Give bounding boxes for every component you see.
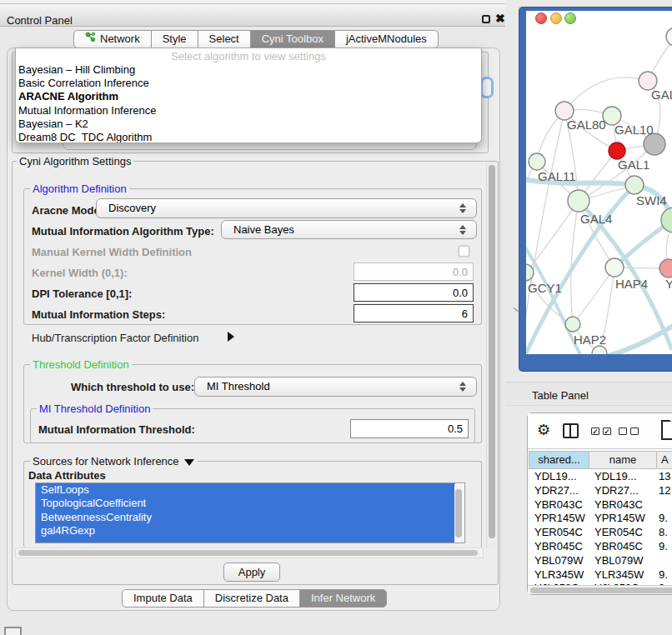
- node-label: HAP4: [615, 277, 648, 291]
- threshold-definition-title: Threshold Definition: [30, 358, 132, 371]
- mi-threshold-input[interactable]: [350, 419, 469, 438]
- network-node-hap2[interactable]: [565, 317, 580, 332]
- algorithm-option[interactable]: Basic Correlation Inference: [16, 77, 481, 90]
- column-header-name[interactable]: name: [589, 451, 657, 469]
- settings-horizontal-scrollbar[interactable]: [15, 548, 484, 558]
- new-table-icon[interactable]: [661, 420, 672, 440]
- table-cell: YBR043C: [594, 498, 657, 512]
- algorithm-dropdown-placeholder: Select algorithm to view settings: [16, 48, 481, 63]
- network-node-gal1[interactable]: [609, 142, 625, 159]
- settings-vertical-scrollbar[interactable]: [486, 163, 497, 548]
- node-label: GAL7: [651, 88, 672, 102]
- network-node-hap4[interactable]: [605, 258, 624, 277]
- tab-label: Cyni Toolbox: [262, 31, 323, 48]
- mi-type-combo[interactable]: Naive Bayes: [221, 220, 477, 239]
- close-icon[interactable]: ✖: [495, 12, 505, 25]
- table-row[interactable]: YPR145WYPR145W9.: [529, 512, 672, 526]
- node-label: Y: [665, 277, 672, 291]
- table-cell: YBR045C: [534, 540, 593, 554]
- node-label: GAL1: [618, 158, 649, 172]
- select-all-icon[interactable]: ✓: [603, 428, 611, 435]
- network-node[interactable]: [592, 346, 607, 354]
- collapse-arrow-icon: [184, 459, 194, 466]
- algorithm-dropdown-list[interactable]: Select algorithm to view settings Bayesi…: [15, 48, 482, 143]
- kernel-width-label: Kernel Width (0,1):: [32, 267, 128, 279]
- tab-style[interactable]: Style: [151, 30, 198, 48]
- attribute-item[interactable]: gal4RGexp: [36, 524, 455, 538]
- column-header-clipped[interactable]: A: [657, 451, 672, 469]
- manual-kernel-label: Manual Kernel Width Definition: [32, 246, 192, 258]
- hub-definition-label[interactable]: Hub/Transcription Factor Definition: [32, 332, 198, 344]
- tab-infer-network[interactable]: Infer Network: [299, 589, 387, 608]
- data-attributes-label: Data Attributes: [28, 469, 106, 482]
- table-row[interactable]: YBR043CYBR043C: [529, 498, 672, 512]
- table-row[interactable]: YBR045CYBR045C9.: [529, 540, 672, 554]
- split-pane-icon[interactable]: [563, 423, 579, 438]
- table-row[interactable]: YBL079WYBL079W: [529, 554, 672, 568]
- table-cell: YBL079W: [594, 554, 657, 568]
- table-row[interactable]: YDR27...YDR27...12: [529, 484, 672, 498]
- list-scrollbar[interactable]: [454, 484, 464, 543]
- tab-network[interactable]: Network: [73, 30, 152, 48]
- tab-label: jActiveMNodules: [346, 31, 427, 48]
- expand-arrow-icon[interactable]: [228, 332, 234, 342]
- table-cell: 9.: [659, 540, 672, 554]
- resize-grip-icon[interactable]: [513, 308, 518, 312]
- algorithm-option[interactable]: ARACNE Algorithm: [16, 90, 481, 103]
- which-threshold-combo[interactable]: MI Threshold: [194, 377, 477, 397]
- table-cell: YBL079W: [534, 554, 593, 568]
- kernel-width-input[interactable]: [354, 262, 474, 281]
- tab-jactivemnodules[interactable]: jActiveMNodules: [334, 30, 439, 48]
- manual-kernel-checkbox[interactable]: [458, 245, 470, 258]
- tab-label: Network: [100, 31, 140, 48]
- tab-select[interactable]: Select: [198, 30, 251, 48]
- dpi-tolerance-input[interactable]: [354, 283, 474, 302]
- table-row[interactable]: YLR345WYLR345W9.: [529, 568, 672, 582]
- algorithm-option[interactable]: Bayesian – K2: [16, 118, 481, 131]
- tab-label: Style: [163, 31, 187, 48]
- attribute-item[interactable]: BetweennessCentrality: [36, 511, 455, 524]
- gear-icon[interactable]: ⚙: [537, 421, 550, 439]
- network-node-gcy1[interactable]: [526, 264, 534, 281]
- node-label: GAL80: [567, 118, 606, 132]
- mi-threshold-group-title: MI Threshold Definition: [37, 402, 153, 415]
- tab-discretize-data[interactable]: Discretize Data: [203, 589, 300, 608]
- table-horizontal-scrollbar[interactable]: [528, 585, 672, 594]
- column-header-shared-name[interactable]: shared...: [529, 451, 589, 469]
- network-node-gal4[interactable]: [568, 190, 589, 212]
- attribute-item[interactable]: SelfLoops: [36, 483, 455, 497]
- dpi-tolerance-label: DPI Tolerance [0,1]:: [32, 288, 132, 300]
- table-cell: YLR345W: [534, 568, 593, 582]
- algorithm-option[interactable]: Dream8 DC_TDC Algorithm: [16, 131, 481, 143]
- which-threshold-label: Which threshold to use:: [71, 381, 194, 393]
- network-node-swi4[interactable]: [625, 176, 644, 194]
- aracne-mode-combo[interactable]: Discovery: [96, 198, 477, 218]
- table-cell: 12: [659, 484, 672, 498]
- table-row[interactable]: YER054CYER054C8.: [529, 526, 672, 540]
- algorithm-option[interactable]: Mutual Information Inference: [16, 104, 481, 118]
- deselect-all-icon[interactable]: [630, 428, 639, 435]
- table-cell: YBR045C: [594, 540, 657, 554]
- table-rows: YDL19...YDL19...13YDR27...YDR27...12YBR0…: [529, 470, 672, 585]
- network-canvas[interactable]: GAL7GAL80GAL10GAL1GAL11SWI4GAL4HAP4YGCY1…: [526, 11, 672, 354]
- table-row[interactable]: YDL19...YDL19...13: [529, 470, 672, 484]
- tab-impute-data[interactable]: Impute Data: [122, 589, 204, 608]
- network-node-gal11[interactable]: [529, 153, 545, 170]
- apply-button[interactable]: Apply: [223, 562, 280, 582]
- deselect-all-icon[interactable]: [619, 428, 627, 435]
- mi-steps-input[interactable]: [354, 304, 474, 322]
- spinner-arrows-icon: [459, 382, 466, 392]
- network-node-y[interactable]: [659, 259, 672, 278]
- algorithm-option[interactable]: Bayesian – Hill Climbing: [16, 63, 481, 77]
- data-attributes-list[interactable]: SelfLoopsTopologicalCoefficientBetweenne…: [35, 482, 465, 543]
- node-label: GAL10: [614, 122, 654, 137]
- table-cell: 8.: [659, 526, 672, 540]
- partial-icon[interactable]: [4, 627, 22, 635]
- node-label: HAP2: [574, 332, 606, 347]
- select-all-icon[interactable]: ✓: [591, 428, 599, 435]
- network-node[interactable]: [666, 28, 672, 46]
- tab-cyni-toolbox[interactable]: Cyni Toolbox: [250, 30, 335, 48]
- float-window-icon[interactable]: [482, 15, 490, 23]
- sources-title[interactable]: Sources for Network Inference: [30, 455, 197, 468]
- attribute-item[interactable]: TopologicalCoefficient: [36, 497, 455, 510]
